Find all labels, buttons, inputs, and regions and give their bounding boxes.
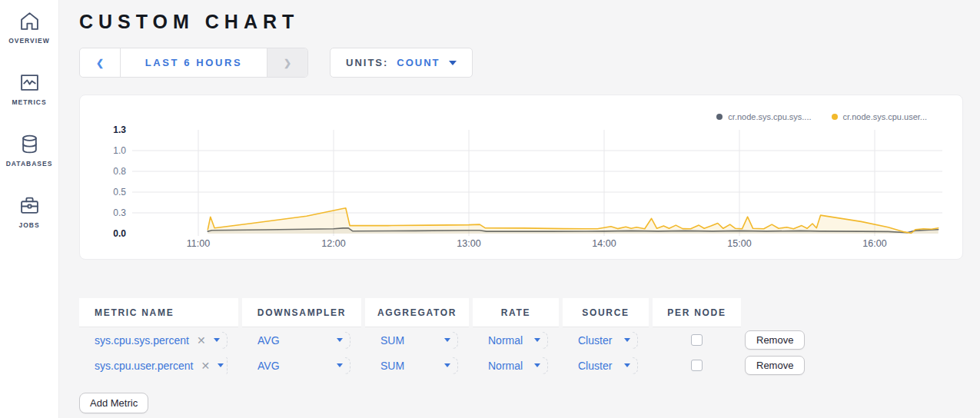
chevron-right-icon: ❯ [284, 58, 291, 68]
rate-select[interactable]: Normal [488, 332, 548, 349]
page-title: CUSTOM CHART [79, 11, 963, 33]
source-select[interactable]: Cluster [578, 332, 638, 349]
sidebar: OVERVIEW METRICS DATABASES JOBS [0, 0, 59, 418]
caret-down-icon [534, 363, 540, 367]
select-outline-decoration [543, 332, 548, 349]
metric-rows: sys.cpu.sys.percent ✕ AVG SUM Normal Clu… [79, 327, 963, 378]
caret-down-icon [444, 363, 450, 367]
time-range-prev-button[interactable]: ❮ [80, 48, 120, 77]
downsampler-select[interactable]: AVG [257, 332, 350, 349]
sidebar-item-label: JOBS [18, 221, 39, 229]
aggregator-value: SUM [380, 334, 404, 347]
source-value: Cluster [578, 334, 612, 347]
time-range-control: ❮ LAST 6 HOURS ❯ [79, 48, 308, 78]
chart-canvas: 11:0012:0013:0014:0015:0016:001.31.00.80… [80, 95, 964, 260]
time-range-dropdown[interactable]: LAST 6 HOURS [120, 48, 267, 77]
metric-table: METRIC NAME DOWNSAMPLER AGGREGATOR RATE … [79, 298, 963, 413]
remove-button[interactable]: Remove [745, 356, 805, 375]
metric-table-header: METRIC NAME DOWNSAMPLER AGGREGATOR RATE … [79, 298, 963, 327]
aggregator-select[interactable]: SUM [380, 357, 458, 374]
rate-value: Normal [488, 334, 523, 347]
column-header-rate: RATE [473, 298, 559, 327]
downsampler-value: AVG [257, 360, 280, 372]
toolbar: ❮ LAST 6 HOURS ❯ UNITS: COUNT [79, 48, 963, 78]
chevron-left-icon: ❮ [96, 58, 104, 68]
caret-down-icon [624, 338, 630, 342]
sidebar-item-label: METRICS [12, 98, 46, 106]
caret-down-icon [337, 338, 343, 342]
caret-down-icon [534, 338, 540, 342]
column-header-downsampler: DOWNSAMPLER [242, 298, 361, 327]
svg-text:1.0: 1.0 [113, 145, 126, 156]
remove-button[interactable]: Remove [745, 330, 805, 350]
svg-text:0.0: 0.0 [113, 228, 126, 239]
rate-select[interactable]: Normal [488, 357, 548, 374]
close-icon[interactable]: ✕ [201, 360, 210, 372]
metric-name-select[interactable]: sys.cpu.sys.percent ✕ [95, 332, 228, 349]
select-outline-decoration [222, 332, 228, 349]
metrics-icon [19, 72, 40, 93]
time-range-next-button[interactable]: ❯ [267, 48, 307, 77]
units-value: COUNT [397, 57, 440, 68]
aggregator-value: SUM [380, 360, 404, 372]
caret-down-icon [444, 338, 450, 342]
caret-down-icon [624, 363, 630, 367]
per-node-checkbox[interactable] [691, 334, 703, 346]
caret-down-icon [214, 338, 220, 342]
per-node-checkbox[interactable] [691, 360, 703, 371]
column-header-metric-name: METRIC NAME [79, 298, 238, 327]
select-outline-decoration [453, 332, 458, 349]
caret-down-icon [218, 363, 224, 367]
column-header-source: SOURCE [563, 298, 649, 327]
add-metric-button[interactable]: Add Metric [79, 393, 148, 413]
caret-down-icon [337, 363, 343, 367]
caret-down-icon [449, 61, 457, 65]
select-outline-decoration [345, 332, 350, 349]
svg-text:12:00: 12:00 [321, 238, 345, 249]
rate-value: Normal [488, 360, 523, 372]
databases-icon [19, 134, 40, 154]
units-dropdown[interactable]: UNITS: COUNT [330, 48, 473, 78]
svg-text:1.3: 1.3 [113, 124, 126, 135]
svg-text:15:00: 15:00 [727, 238, 751, 249]
select-outline-decoration [543, 357, 548, 374]
svg-text:0.8: 0.8 [113, 166, 126, 177]
select-outline-decoration [226, 357, 228, 374]
select-outline-decoration [633, 332, 638, 349]
svg-text:14:00: 14:00 [592, 238, 616, 249]
metric-name-select[interactable]: sys.cpu.user.percent ✕ [95, 357, 228, 374]
sidebar-item-jobs[interactable]: JOBS [0, 195, 59, 257]
chart-panel: cr.node.sys.cpu.sys....cr.node.sys.cpu.u… [79, 95, 963, 260]
downsampler-select[interactable]: AVG [257, 357, 350, 374]
source-select[interactable]: Cluster [578, 357, 638, 374]
svg-text:0.5: 0.5 [113, 187, 126, 197]
metric-name-value: sys.cpu.user.percent [95, 360, 193, 372]
table-row: sys.cpu.sys.percent ✕ AVG SUM Normal Clu… [79, 327, 963, 353]
metric-name-value: sys.cpu.sys.percent [95, 334, 189, 347]
svg-text:16:00: 16:00 [862, 238, 886, 249]
svg-text:11:00: 11:00 [187, 238, 210, 249]
table-row: sys.cpu.user.percent ✕ AVG SUM Normal Cl… [79, 353, 963, 378]
sidebar-item-label: OVERVIEW [8, 37, 50, 45]
main-content: CUSTOM CHART ❮ LAST 6 HOURS ❯ UNITS: COU… [59, 0, 980, 413]
downsampler-value: AVG [257, 334, 280, 347]
sidebar-item-overview[interactable]: OVERVIEW [0, 11, 59, 72]
units-label: UNITS: [346, 57, 388, 68]
home-icon [19, 11, 40, 32]
jobs-icon [19, 195, 40, 216]
select-outline-decoration [453, 357, 458, 374]
select-outline-decoration [633, 357, 638, 374]
sidebar-item-label: DATABASES [6, 160, 53, 168]
column-header-per-node: PER NODE [653, 298, 741, 327]
column-header-aggregator: AGGREGATOR [365, 298, 469, 327]
select-outline-decoration [345, 357, 350, 374]
svg-text:13:00: 13:00 [457, 238, 480, 249]
close-icon[interactable]: ✕ [197, 334, 206, 347]
svg-text:0.3: 0.3 [113, 207, 126, 218]
sidebar-item-databases[interactable]: DATABASES [0, 134, 59, 195]
sidebar-item-metrics[interactable]: METRICS [0, 72, 59, 134]
aggregator-select[interactable]: SUM [380, 332, 458, 349]
source-value: Cluster [578, 360, 612, 372]
